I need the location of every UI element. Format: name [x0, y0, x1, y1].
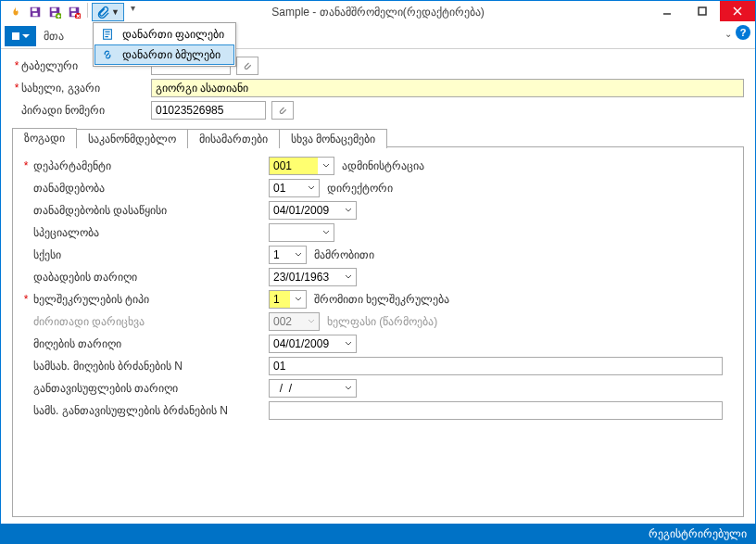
- app-menu-button[interactable]: [5, 26, 36, 46]
- svg-rect-12: [699, 7, 706, 15]
- speciality-dropdown-button[interactable]: [318, 223, 334, 242]
- department-name: ადმინისტრაცია: [342, 159, 424, 172]
- attachments-links-label: დანართი ბმულები: [122, 48, 220, 61]
- main-charge-dropdown-button: [303, 312, 320, 331]
- main-charge-code-input: [269, 312, 304, 331]
- maximize-button[interactable]: [685, 1, 720, 21]
- tab-strip: ზოგადი საკანონმდებლო მისამართები სხვა მო…: [12, 127, 744, 146]
- contract-type-code-input[interactable]: [269, 290, 291, 309]
- position-dropdown-button[interactable]: [303, 179, 320, 197]
- attachments-button[interactable]: ▼: [92, 3, 124, 21]
- tab-general[interactable]: ზოგადი: [12, 128, 77, 147]
- dob-date-button[interactable]: [340, 268, 357, 286]
- speciality-input[interactable]: [269, 223, 319, 242]
- label-department: დეპარტამენტი: [30, 159, 269, 172]
- hire-date-input[interactable]: [269, 335, 341, 353]
- dob-input[interactable]: [269, 268, 341, 286]
- status-text: რეგისტრირებული: [649, 527, 747, 540]
- flame-icon[interactable]: [6, 3, 25, 21]
- dismiss-date-input[interactable]: [269, 379, 341, 398]
- label-dismiss-order: სამს. განთავისუფლების ბრძანების N: [30, 404, 269, 417]
- label-sex: სქესი: [30, 248, 269, 261]
- status-bar: რეგისტრირებული: [0, 524, 756, 544]
- attachments-dropdown: დანართი ფაილები დანართი ბმულები: [93, 22, 236, 67]
- label-hire-order: სამსახ. მიღების ბრძანების N: [30, 360, 269, 373]
- tab-other[interactable]: სხვა მონაცემები: [279, 129, 387, 148]
- attachments-links-item[interactable]: დანართი ბმულები: [94, 44, 234, 65]
- minimize-button[interactable]: [649, 1, 685, 21]
- position-name: დირექტორი: [327, 182, 393, 195]
- svg-rect-8: [71, 8, 76, 12]
- main-charge-name: ხელფასი (წარმოება): [327, 315, 437, 328]
- label-dob: დაბადების თარიღი: [30, 271, 269, 284]
- ribbon-expand-icon[interactable]: ⌄: [724, 29, 732, 39]
- close-button[interactable]: [720, 1, 755, 21]
- title-bar: ▼ ▾ Sample - თანამშრომელი(რედაქტირება): [1, 1, 755, 23]
- save-x-icon[interactable]: [65, 3, 83, 21]
- personal-id-input[interactable]: [151, 101, 266, 120]
- svg-rect-2: [32, 13, 37, 17]
- file-icon: [100, 27, 115, 42]
- sex-dropdown-button[interactable]: [290, 246, 307, 264]
- label-contract-type: ხელშეკრულების ტიპი: [30, 293, 269, 306]
- svg-rect-1: [32, 8, 37, 12]
- label-main-charge: ძირითადი დარიცხვა: [30, 315, 269, 328]
- svg-rect-4: [52, 8, 57, 12]
- attachments-files-label: დანართი ფაილები: [122, 28, 224, 41]
- position-start-date-button[interactable]: [340, 201, 357, 220]
- menu-main[interactable]: მთა: [36, 30, 71, 43]
- name-input[interactable]: [151, 79, 744, 97]
- position-start-input[interactable]: [269, 201, 341, 220]
- help-button[interactable]: ?: [736, 25, 750, 40]
- sex-code-input[interactable]: [269, 246, 291, 264]
- tab-number-lookup-button[interactable]: [236, 57, 258, 75]
- label-name: სახელი, გვარი: [21, 82, 151, 95]
- hire-date-button[interactable]: [340, 335, 357, 353]
- attachments-files-item[interactable]: დანართი ფაილები: [94, 24, 234, 44]
- save-plus-icon[interactable]: [45, 3, 64, 21]
- dismiss-order-input[interactable]: [269, 401, 723, 420]
- label-position: თანამდებობა: [30, 182, 269, 195]
- dismiss-date-button[interactable]: [340, 379, 357, 398]
- label-position-start: თანამდებობის დასაწყისი: [30, 204, 269, 217]
- position-code-input[interactable]: [269, 179, 304, 197]
- label-dismiss-date: განთავისუფლების თარიღი: [30, 382, 269, 395]
- department-dropdown-button[interactable]: [318, 157, 334, 175]
- tab-legislation[interactable]: საკანონმდებლო: [76, 129, 188, 148]
- save-icon[interactable]: [26, 3, 44, 21]
- tab-addresses[interactable]: მისამართები: [187, 129, 280, 148]
- hire-order-input[interactable]: [269, 357, 723, 375]
- label-speciality: სპეციალობა: [30, 226, 269, 239]
- personal-id-lookup-button[interactable]: [271, 101, 294, 120]
- tab-panel-general: * დეპარტამენტი ადმინისტრაცია თანამდებობა…: [12, 146, 744, 517]
- sex-name: მამრობითი: [314, 248, 374, 261]
- label-hire-date: მიღების თარიღი: [30, 337, 269, 350]
- link-icon: [100, 47, 115, 62]
- contract-type-dropdown-button[interactable]: [290, 290, 307, 309]
- department-code-input[interactable]: [269, 157, 319, 175]
- label-personal-id: პირადი ნომერი: [21, 104, 151, 117]
- contract-type-name: შრომითი ხელშეკრულება: [314, 293, 449, 306]
